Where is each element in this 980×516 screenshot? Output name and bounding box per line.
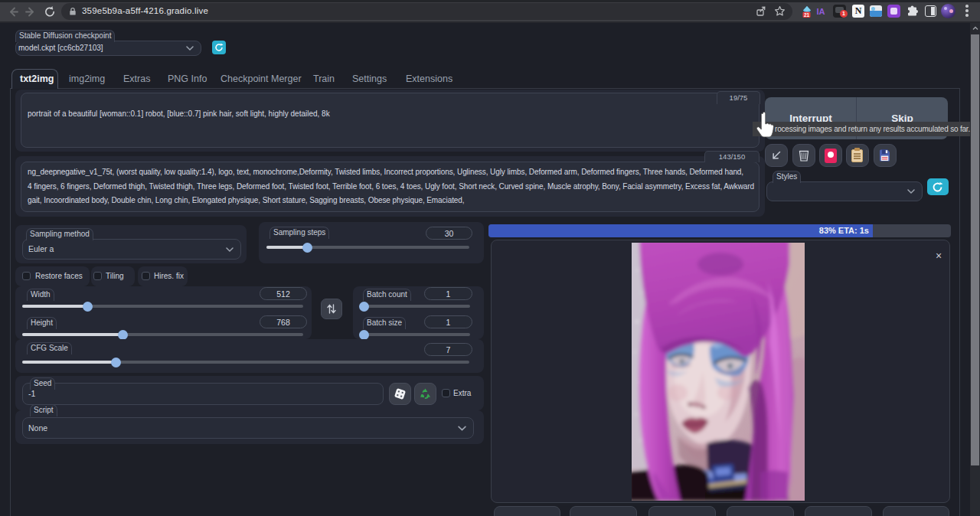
svg-text:21: 21: [804, 12, 810, 18]
